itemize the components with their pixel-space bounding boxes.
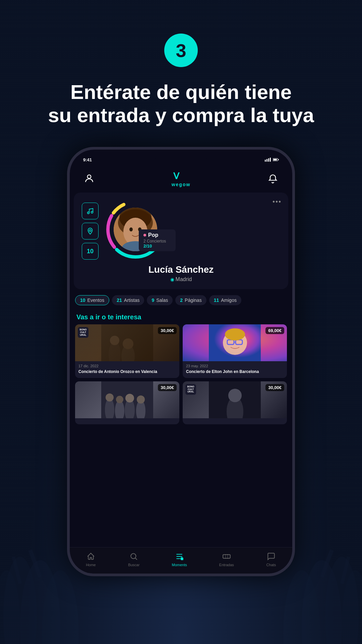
step-circle: 3 bbox=[164, 34, 198, 67]
events-section-title: Vas a ir o te interesa bbox=[70, 309, 292, 324]
bono-badge-1: BONOCULTURAL bbox=[78, 327, 88, 338]
amigos-count: 11 bbox=[214, 298, 219, 303]
event-price-4: 30,00€ bbox=[265, 384, 284, 391]
step-number: 3 bbox=[176, 40, 186, 61]
side-icons: 10 bbox=[82, 203, 99, 260]
artistas-label: Artistas bbox=[124, 298, 140, 303]
svg-rect-12 bbox=[265, 160, 266, 162]
svg-rect-14 bbox=[268, 158, 269, 162]
eventos-count: 10 bbox=[80, 298, 85, 303]
tab-amigos[interactable]: 11 Amigos bbox=[209, 295, 241, 305]
location-text: Madrid bbox=[176, 276, 192, 282]
event-card-3[interactable]: 30,00€ bbox=[75, 381, 179, 424]
phone-notch bbox=[154, 150, 208, 162]
svg-point-60 bbox=[131, 553, 136, 558]
location-pin-icon: ◉ bbox=[170, 277, 174, 282]
tab-eventos[interactable]: 10 Eventos bbox=[75, 295, 109, 305]
home-icon bbox=[86, 552, 95, 561]
svg-point-22 bbox=[91, 211, 93, 213]
tab-artistas[interactable]: 21 Artistas bbox=[112, 295, 144, 305]
concert-count: 2 Conciertos bbox=[143, 239, 171, 244]
music-icon-btn[interactable] bbox=[82, 203, 99, 219]
profile-section: ••• bbox=[74, 193, 288, 289]
svg-rect-34 bbox=[101, 324, 153, 361]
bono-badge-4: BONOCULTURAL bbox=[185, 384, 196, 395]
heading-line1: Entérate de quién tiene bbox=[70, 81, 292, 103]
battery-icon bbox=[273, 158, 279, 162]
home-icon-container bbox=[86, 551, 96, 561]
event-card-4[interactable]: BONOCULTURAL 30,00€ bbox=[183, 381, 287, 424]
nav-buscar-label: Buscar bbox=[128, 563, 139, 567]
bell-icon bbox=[267, 173, 278, 184]
nav-entradas[interactable]: Entradas bbox=[219, 551, 234, 567]
paginas-label: Páginas bbox=[185, 298, 202, 303]
profile-location: ◉ Madrid bbox=[82, 276, 280, 282]
location-icon-btn[interactable] bbox=[82, 223, 99, 239]
profile-main: 10 bbox=[82, 199, 280, 260]
event-price-3: 30,00€ bbox=[158, 384, 177, 391]
genre-label: Pop bbox=[143, 232, 171, 238]
ticket-icon bbox=[222, 552, 231, 561]
svg-point-31 bbox=[129, 227, 133, 231]
nav-moments[interactable]: M Moments bbox=[172, 551, 187, 567]
score-number: 10 bbox=[87, 248, 94, 255]
number-icon-btn[interactable]: 10 bbox=[82, 243, 99, 260]
name-section: Lucía Sánchez ◉ Madrid bbox=[82, 264, 280, 282]
search-icon bbox=[129, 552, 138, 561]
ticket-icon-container bbox=[222, 551, 232, 561]
nav-chats[interactable]: Chats bbox=[266, 551, 276, 567]
event-img-3: 30,00€ bbox=[75, 381, 179, 418]
genre-name: Pop bbox=[148, 232, 158, 238]
svg-point-36 bbox=[110, 336, 119, 345]
notifications-button[interactable] bbox=[265, 171, 280, 186]
event-info-1: 17 dic. 2022 Concierto de Antonio Orozco… bbox=[75, 361, 179, 378]
svg-rect-13 bbox=[266, 159, 267, 162]
wegow-wordmark: wegow bbox=[172, 182, 191, 187]
music-icon bbox=[86, 207, 94, 215]
bono-text-4: BONOCULTURAL bbox=[187, 385, 194, 393]
paginas-count: 2 bbox=[180, 298, 183, 303]
page-content: 3 Entérate de quién tiene su entrada y c… bbox=[0, 0, 362, 644]
search-icon-container bbox=[129, 551, 139, 561]
event-img-4: BONOCULTURAL 30,00€ bbox=[183, 381, 287, 418]
signal-icon bbox=[265, 158, 271, 162]
svg-rect-15 bbox=[270, 158, 271, 162]
svg-point-21 bbox=[87, 212, 89, 214]
nav-buscar[interactable]: Buscar bbox=[128, 551, 139, 567]
svg-text:M: M bbox=[181, 558, 183, 560]
nav-entradas-label: Entradas bbox=[219, 563, 234, 567]
svg-rect-59 bbox=[209, 381, 261, 418]
tab-paginas[interactable]: 2 Páginas bbox=[175, 295, 206, 305]
wegow-logo: ꓦ wegow bbox=[172, 170, 191, 187]
nav-home[interactable]: Home bbox=[86, 551, 96, 567]
event-price-2: 69,00€ bbox=[265, 327, 284, 334]
svg-rect-17 bbox=[274, 159, 277, 161]
status-icons bbox=[265, 158, 279, 162]
svg-point-23 bbox=[89, 229, 91, 231]
nav-chats-label: Chats bbox=[266, 563, 276, 567]
phone-screen: 9:41 ꓦ bbox=[70, 150, 292, 574]
moments-icon-container: M bbox=[174, 551, 184, 561]
event-title-2: Concierto de Elton John en Barcelona bbox=[186, 369, 284, 375]
nav-moments-label: Moments bbox=[172, 563, 187, 567]
genre-dot bbox=[143, 234, 146, 236]
eventos-label: Eventos bbox=[87, 298, 105, 303]
bono-text-1: BONOCULTURAL bbox=[80, 328, 87, 336]
profile-button[interactable] bbox=[82, 171, 97, 186]
svg-point-45 bbox=[225, 328, 245, 340]
artistas-count: 21 bbox=[117, 298, 122, 303]
heading: Entérate de quién tiene su entrada y com… bbox=[28, 80, 334, 127]
svg-text:ꓦ: ꓦ bbox=[173, 171, 180, 181]
svg-point-35 bbox=[109, 341, 121, 361]
event-card-1[interactable]: BONOCULTURAL 30,00€ 17 dic. 2022 Concier… bbox=[75, 324, 179, 378]
chat-icon bbox=[267, 552, 276, 561]
svg-point-38 bbox=[123, 338, 133, 349]
tab-salas[interactable]: 9 Salas bbox=[147, 295, 173, 305]
chat-icon-container bbox=[266, 551, 276, 561]
svg-rect-39 bbox=[101, 324, 153, 361]
event-card-2[interactable]: 69,00€ 23 may. 2022 Concierto de Elton J… bbox=[183, 324, 287, 378]
status-time: 9:41 bbox=[83, 157, 92, 162]
menu-dots[interactable]: ••• bbox=[273, 198, 282, 206]
pop-tooltip: Pop 2 Conciertos 2/10 bbox=[139, 229, 176, 251]
event-date-2: 23 may. 2022 bbox=[186, 364, 284, 368]
